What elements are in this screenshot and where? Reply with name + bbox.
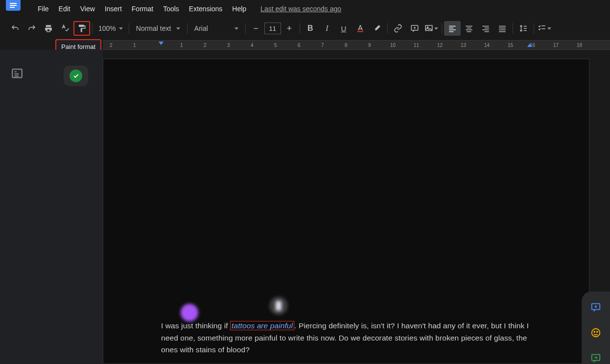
ruler-tick: 6: [298, 43, 301, 48]
add-comment-button[interactable]: [406, 21, 423, 36]
ruler-tick: 14: [484, 43, 490, 48]
insert-image-button[interactable]: [423, 21, 440, 36]
ruler-tick: 12: [437, 43, 443, 48]
suggest-edits-icon[interactable]: [590, 352, 602, 364]
italic-button[interactable]: I: [319, 21, 335, 36]
align-left-button[interactable]: [444, 21, 461, 36]
add-comment-side-icon[interactable]: [590, 301, 602, 313]
paint-format-button[interactable]: [73, 21, 90, 36]
menu-format[interactable]: Format: [127, 3, 158, 15]
ruler-tick: 2: [110, 43, 113, 48]
text-highlighted-phrase: tattoos are painful: [232, 321, 293, 330]
font-value: Arial: [194, 24, 208, 32]
horizontal-ruler[interactable]: 2 1 1 2 3 4 5 6 7 8 9 10 11 12 13 14 15 …: [103, 40, 610, 50]
text-part-pre: I was just thinking if: [161, 321, 230, 330]
print-button[interactable]: [40, 21, 57, 36]
ruler-tick: 10: [390, 43, 396, 48]
first-line-indent-marker[interactable]: [159, 42, 164, 45]
align-center-button[interactable]: [461, 21, 477, 36]
last-edit-link[interactable]: Last edit was seconds ago: [260, 5, 341, 13]
font-size-input[interactable]: [264, 23, 281, 34]
ruler-tick: 17: [553, 43, 559, 48]
svg-rect-0: [357, 31, 363, 32]
ruler-tick: 8: [345, 43, 348, 48]
ruler-tick: 18: [577, 43, 582, 48]
bold-button[interactable]: B: [302, 21, 319, 36]
document-body-text[interactable]: I was just thinking if tattoos are painf…: [161, 320, 533, 356]
right-margin-marker[interactable]: [527, 44, 532, 47]
check-icon: [70, 69, 82, 82]
insert-link-button[interactable]: [390, 21, 406, 36]
font-dropdown[interactable]: Arial: [189, 21, 243, 36]
align-right-button[interactable]: [477, 21, 494, 36]
redo-button[interactable]: [23, 21, 40, 36]
menu-insert[interactable]: Insert: [100, 3, 126, 15]
ruler-tick: 15: [508, 43, 513, 48]
font-size-increase[interactable]: +: [281, 21, 298, 36]
line-spacing-button[interactable]: [515, 21, 532, 36]
highlight-button[interactable]: [369, 21, 385, 36]
spellcheck-button[interactable]: [57, 21, 73, 36]
svg-point-7: [594, 331, 595, 332]
side-panel: [582, 292, 610, 364]
ruler-tick: 11: [414, 43, 419, 48]
collaborator-cursor-2: [270, 297, 287, 315]
collaborator-cursor-1: [181, 304, 198, 321]
font-size-decrease[interactable]: −: [248, 21, 264, 36]
ruler-tick: 1: [133, 43, 136, 48]
svg-point-8: [597, 331, 598, 332]
zoom-dropdown[interactable]: 100%: [94, 21, 127, 36]
text-color-button[interactable]: [352, 21, 369, 36]
zoom-value: 100%: [98, 24, 116, 32]
checklist-button[interactable]: [536, 21, 553, 36]
left-sidebar-area: [0, 50, 103, 364]
undo-button[interactable]: [7, 21, 23, 36]
underline-button[interactable]: U: [335, 21, 352, 36]
menu-bar: File Edit View Insert Format Tools Exten…: [33, 3, 341, 15]
style-value: Normal text: [136, 24, 171, 32]
menu-edit[interactable]: Edit: [54, 3, 75, 15]
ruler-tick: 3: [227, 43, 230, 48]
menu-extensions[interactable]: Extensions: [185, 3, 227, 15]
ruler-tick: 13: [461, 43, 466, 48]
document-outline-button[interactable]: [11, 67, 23, 80]
ruler-tick: 4: [251, 43, 254, 48]
document-page[interactable]: I was just thinking if tattoos are painf…: [103, 59, 589, 364]
ruler-tick: 2: [204, 43, 207, 48]
grammar-check-badge[interactable]: [64, 66, 88, 86]
docs-app-icon[interactable]: [6, 0, 21, 11]
ruler-tick: 5: [274, 43, 277, 48]
menu-file[interactable]: File: [33, 3, 53, 15]
menu-view[interactable]: View: [76, 3, 99, 15]
svg-point-6: [592, 329, 600, 337]
toolbar: 100% Normal text Arial − + B I U: [0, 19, 610, 38]
style-dropdown[interactable]: Normal text: [131, 21, 185, 36]
menu-help[interactable]: Help: [228, 3, 251, 15]
align-justify-button[interactable]: [494, 21, 511, 36]
emoji-reaction-icon[interactable]: [590, 327, 602, 339]
menu-tools[interactable]: Tools: [159, 3, 184, 15]
ruler-tick: 1: [180, 43, 183, 48]
ruler-tick: 7: [321, 43, 324, 48]
ruler-tick: 9: [368, 43, 371, 48]
